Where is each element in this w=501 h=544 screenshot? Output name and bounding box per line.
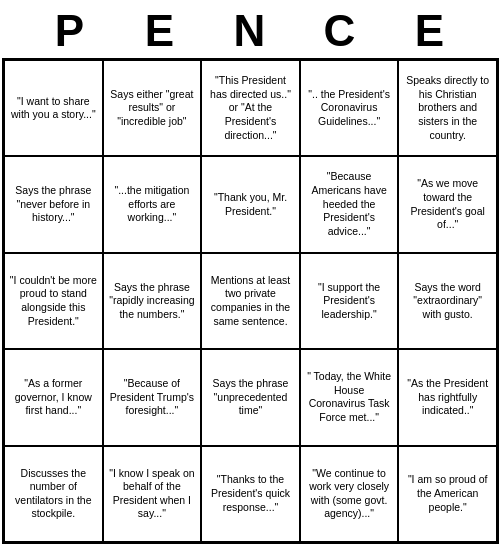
bingo-cell-16[interactable]: "Because of President Trump's foresight.… bbox=[103, 349, 202, 445]
bingo-cell-17[interactable]: Says the phrase "unprecedented time" bbox=[201, 349, 300, 445]
bingo-cell-20[interactable]: Discusses the number of ventilators in t… bbox=[4, 446, 103, 542]
bingo-cell-19[interactable]: "As the President has rightfully indicat… bbox=[398, 349, 497, 445]
bingo-cell-22[interactable]: "Thanks to the President's quick respons… bbox=[201, 446, 300, 542]
bingo-cell-7[interactable]: "Thank you, Mr. President." bbox=[201, 156, 300, 252]
title-letter-p: P bbox=[26, 6, 116, 56]
bingo-cell-0[interactable]: "I want to share with you a story..." bbox=[4, 60, 103, 156]
bingo-cell-12[interactable]: Mentions at least two private companies … bbox=[201, 253, 300, 349]
bingo-cell-13[interactable]: "I support the President's leadership." bbox=[300, 253, 399, 349]
bingo-cell-15[interactable]: "As a former governor, I know first hand… bbox=[4, 349, 103, 445]
bingo-cell-10[interactable]: "I couldn't be more proud to stand along… bbox=[4, 253, 103, 349]
bingo-cell-3[interactable]: ".. the President's Coronavirus Guidelin… bbox=[300, 60, 399, 156]
bingo-cell-11[interactable]: Says the phrase "rapidly increasing the … bbox=[103, 253, 202, 349]
bingo-cell-4[interactable]: Speaks directly to his Christian brother… bbox=[398, 60, 497, 156]
bingo-cell-24[interactable]: "I am so proud of the American people." bbox=[398, 446, 497, 542]
bingo-cell-6[interactable]: "...the mitigation efforts are working..… bbox=[103, 156, 202, 252]
bingo-cell-1[interactable]: Says either "great results" or "incredib… bbox=[103, 60, 202, 156]
bingo-cell-21[interactable]: "I know I speak on behalf of the Preside… bbox=[103, 446, 202, 542]
title-letter-c: C bbox=[296, 6, 386, 56]
bingo-cell-23[interactable]: "We continue to work very closely with (… bbox=[300, 446, 399, 542]
bingo-cell-9[interactable]: "As we move toward the President's goal … bbox=[398, 156, 497, 252]
bingo-cell-8[interactable]: "Because Americans have heeded the Presi… bbox=[300, 156, 399, 252]
title-letter-e: E bbox=[116, 6, 206, 56]
bingo-cell-14[interactable]: Says the word "extraordinary" with gusto… bbox=[398, 253, 497, 349]
bingo-cell-2[interactable]: "This President has directed us.." or "A… bbox=[201, 60, 300, 156]
bingo-cell-18[interactable]: " Today, the White House Coronavirus Tas… bbox=[300, 349, 399, 445]
bingo-grid: "I want to share with you a story..."Say… bbox=[2, 58, 499, 544]
title-row: P E N C E bbox=[0, 0, 501, 58]
bingo-cell-5[interactable]: Says the phrase "never before in history… bbox=[4, 156, 103, 252]
title-letter-e2: E bbox=[386, 6, 476, 56]
title-letter-n: N bbox=[206, 6, 296, 56]
